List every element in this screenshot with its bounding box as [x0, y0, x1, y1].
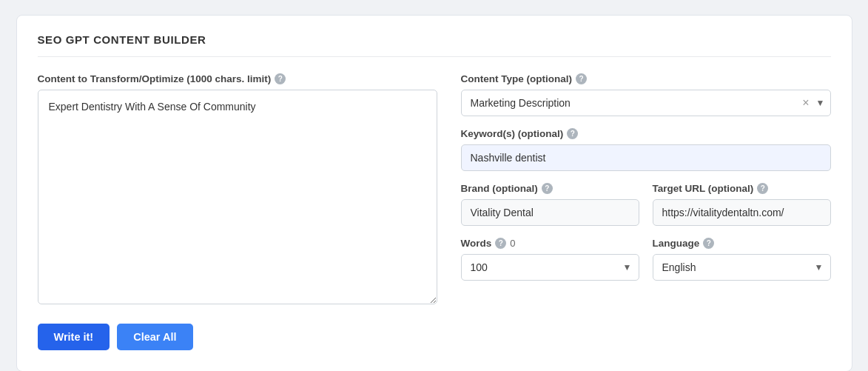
form-layout: Content to Transform/Optimize (1000 char…: [38, 73, 831, 307]
content-type-select[interactable]: Marketing Description Blog Post Product …: [461, 90, 831, 116]
words-language-row: Words ? 0 50 100 150 200 250 300: [461, 238, 831, 281]
keywords-input[interactable]: [461, 144, 831, 171]
words-help-icon[interactable]: ?: [495, 238, 506, 249]
content-help-icon[interactable]: ?: [275, 73, 286, 84]
language-select-wrapper: English Spanish French German Italian Po…: [653, 254, 831, 281]
language-help-icon[interactable]: ?: [703, 238, 714, 249]
actions-row: Write it! Clear All: [38, 324, 831, 350]
right-column: Content Type (optional) ? Marketing Desc…: [461, 73, 831, 307]
page-title: SEO GPT CONTENT BUILDER: [38, 33, 831, 57]
content-type-help-icon[interactable]: ?: [576, 73, 587, 84]
brand-input[interactable]: [461, 199, 639, 226]
brand-field: Brand (optional) ?: [461, 183, 639, 226]
target-url-help-icon[interactable]: ?: [757, 183, 768, 194]
content-textarea-label: Content to Transform/Optimize (1000 char…: [38, 73, 437, 84]
language-field: Language ? English Spanish French German…: [653, 238, 831, 281]
words-select[interactable]: 50 100 150 200 250 300 400 500: [461, 254, 639, 281]
words-count: 0: [510, 238, 515, 249]
content-type-wrapper: Marketing Description Blog Post Product …: [461, 90, 831, 116]
brand-help-icon[interactable]: ?: [542, 183, 553, 194]
language-select[interactable]: English Spanish French German Italian Po…: [653, 254, 831, 281]
write-button[interactable]: Write it!: [38, 324, 110, 350]
target-url-input[interactable]: [653, 199, 831, 226]
content-type-clear-icon[interactable]: ×: [800, 96, 811, 110]
select-actions: × ▼: [800, 96, 824, 110]
keywords-help-icon[interactable]: ?: [567, 128, 578, 139]
content-type-field: Content Type (optional) ? Marketing Desc…: [461, 73, 831, 116]
content-type-chevron-icon: ▼: [816, 98, 825, 108]
main-card: SEO GPT CONTENT BUILDER Content to Trans…: [16, 15, 852, 371]
keywords-field: Keyword(s) (optional) ?: [461, 128, 831, 171]
content-textarea[interactable]: [38, 90, 437, 304]
clear-button[interactable]: Clear All: [117, 324, 192, 350]
left-column: Content to Transform/Optimize (1000 char…: [38, 73, 437, 307]
right-fields: Content Type (optional) ? Marketing Desc…: [461, 73, 831, 281]
words-field: Words ? 0 50 100 150 200 250 300: [461, 238, 639, 281]
target-url-field: Target URL (optional) ?: [653, 183, 831, 226]
words-select-wrapper: 50 100 150 200 250 300 400 500 ▼: [461, 254, 639, 281]
brand-url-row: Brand (optional) ? Target URL (optional)…: [461, 183, 831, 226]
